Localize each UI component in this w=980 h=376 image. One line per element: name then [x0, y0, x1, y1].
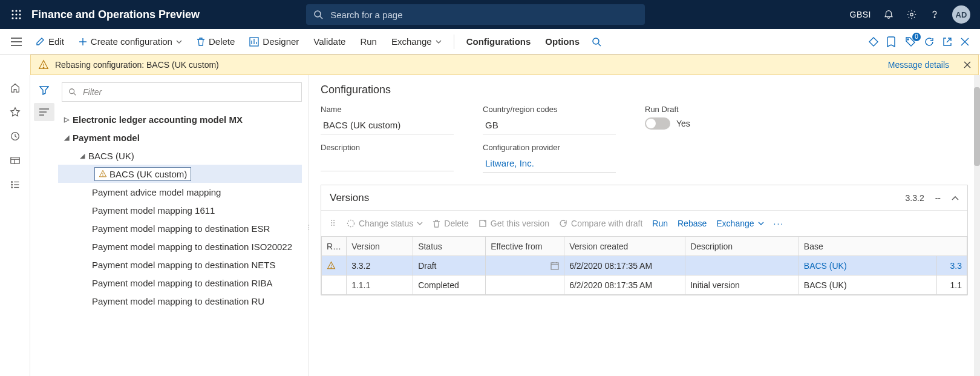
gear-icon[interactable] — [906, 9, 917, 20]
book-icon[interactable] — [887, 36, 897, 47]
banner-close-icon[interactable] — [964, 61, 971, 68]
configurations-tab[interactable]: Configurations — [459, 29, 538, 54]
help-icon[interactable] — [929, 9, 940, 20]
separator — [454, 35, 454, 49]
validate-button[interactable]: Validate — [306, 29, 353, 54]
selected-chip: BACS (UK custom) — [94, 167, 191, 181]
col-r[interactable]: R… — [322, 237, 347, 256]
grip-icon[interactable]: ⠿ — [330, 219, 335, 228]
calendar-icon[interactable] — [550, 262, 559, 270]
svg-point-37 — [11, 184, 12, 185]
col-base[interactable]: Base — [799, 237, 967, 256]
global-navbar: Finance and Operations Preview GBSI AD — [0, 0, 980, 29]
tree-label: BACS (UK) — [88, 151, 134, 161]
row-warning-icon — [322, 256, 347, 275]
svg-rect-32 — [10, 157, 19, 164]
tree-node-selected[interactable]: BACS (UK custom) — [58, 165, 302, 183]
scrollbar-thumb[interactable] — [974, 87, 980, 166]
table-row[interactable]: 1.1.1 Completed 6/2/2020 08:17:35 AM Ini… — [322, 275, 967, 295]
tree-node[interactable]: Payment model mapping to destination RU — [58, 292, 302, 310]
description-value[interactable] — [321, 156, 454, 171]
home-icon[interactable] — [0, 81, 30, 94]
waffle-icon[interactable] — [10, 8, 23, 21]
tag-icon[interactable]: 0 — [905, 36, 916, 47]
tree-filter-input[interactable] — [82, 87, 295, 97]
tree-label: Payment model mapping to destination RU — [92, 296, 264, 306]
cell-created: 6/2/2020 08:17:35 AM — [564, 275, 685, 295]
search-box[interactable] — [306, 4, 645, 25]
create-label: Create configuration — [91, 36, 172, 47]
tree-node[interactable]: Payment model mapping to destination ESR — [58, 219, 302, 237]
compare-button[interactable]: Compare with draft — [559, 219, 642, 228]
bell-icon[interactable] — [883, 9, 894, 20]
avatar[interactable]: AD — [952, 5, 970, 24]
tree-node[interactable]: Payment model mapping to destination ISO… — [58, 237, 302, 256]
chevron-up-icon[interactable] — [952, 196, 959, 200]
resize-grip-icon[interactable]: ⠿ — [309, 224, 309, 233]
col-created[interactable]: Version created — [564, 237, 685, 256]
designer-button[interactable]: Designer — [242, 29, 306, 54]
run-button[interactable]: Run — [353, 29, 384, 54]
scrollbar-track[interactable] — [974, 75, 980, 376]
options-tab[interactable]: Options — [538, 29, 587, 54]
diamond-icon[interactable] — [869, 37, 878, 47]
name-label: Name — [321, 105, 454, 114]
col-version[interactable]: Version — [347, 237, 413, 256]
col-desc[interactable]: Description — [685, 237, 799, 256]
close-icon[interactable] — [961, 38, 969, 46]
filter-funnel-icon[interactable] — [34, 81, 54, 99]
cell-base[interactable]: BACS (UK) — [799, 256, 936, 275]
cell-effective[interactable] — [486, 275, 564, 295]
hamburger-icon[interactable] — [5, 38, 28, 46]
svg-point-3 — [11, 13, 13, 15]
svg-line-45 — [74, 93, 76, 96]
version-run-button[interactable]: Run — [652, 219, 668, 228]
svg-point-51 — [331, 268, 332, 268]
brand-title: Finance and Operations Preview — [31, 8, 200, 21]
refresh-icon[interactable] — [924, 37, 934, 47]
cell-created: 6/2/2020 08:17:35 AM — [564, 256, 685, 275]
tree-node[interactable]: Payment model mapping to destination NET… — [58, 256, 302, 274]
tree-node[interactable]: Payment model mapping 1611 — [58, 201, 302, 219]
tree-node[interactable]: ▷Electronic ledger accounting model MX — [58, 110, 302, 128]
org-label[interactable]: GBSI — [850, 10, 871, 19]
cell-effective[interactable] — [486, 256, 564, 275]
recent-icon[interactable] — [0, 130, 30, 143]
col-effective[interactable]: Effective from — [486, 237, 564, 256]
message-details-link[interactable]: Message details — [888, 60, 949, 70]
lines-icon[interactable] — [34, 103, 54, 121]
more-icon[interactable]: ··· — [774, 219, 785, 228]
change-status-button[interactable]: Change status — [347, 219, 423, 228]
col-status[interactable]: Status — [413, 237, 486, 256]
provider-link[interactable]: Litware, Inc. — [483, 156, 616, 173]
table-row[interactable]: 3.3.2 Draft 6/2/2020 08:17:35 AM BACS (U… — [322, 256, 967, 275]
delete-label: Delete — [209, 36, 235, 47]
tree-label: Payment model mapping to destination NET… — [92, 260, 276, 270]
edit-button[interactable]: Edit — [28, 29, 71, 54]
nav-right: GBSI AD — [850, 5, 970, 24]
star-icon[interactable] — [0, 105, 30, 119]
svg-point-9 — [315, 11, 321, 17]
svg-point-35 — [11, 182, 12, 183]
tree-node[interactable]: Payment advice model mapping — [58, 183, 302, 201]
tree-node[interactable]: ◢Payment model — [58, 128, 302, 147]
get-version-button[interactable]: Get this version — [479, 219, 549, 228]
popout-icon[interactable] — [942, 37, 952, 47]
run-draft-toggle[interactable] — [645, 117, 670, 130]
exchange-button[interactable]: Exchange — [384, 29, 449, 54]
name-value[interactable]: BACS (UK custom) — [321, 117, 454, 134]
tree-node[interactable]: ◢BACS (UK) — [58, 147, 302, 165]
delete-button[interactable]: Delete — [189, 29, 242, 54]
country-value[interactable]: GB — [483, 117, 616, 134]
version-delete-button[interactable]: Delete — [433, 219, 468, 228]
create-configuration-button[interactable]: Create configuration — [71, 29, 189, 54]
find-button[interactable] — [587, 29, 606, 54]
version-exchange-button[interactable]: Exchange — [716, 219, 763, 228]
rebase-button[interactable]: Rebase — [678, 219, 707, 228]
tree-filter[interactable] — [62, 82, 302, 102]
workspace-icon[interactable] — [0, 154, 30, 167]
tree-node[interactable]: Payment model mapping to destination RIB… — [58, 274, 302, 292]
cell-base-version[interactable]: 3.3 — [937, 256, 967, 275]
search-input[interactable] — [329, 9, 638, 21]
list-icon[interactable] — [0, 178, 30, 191]
